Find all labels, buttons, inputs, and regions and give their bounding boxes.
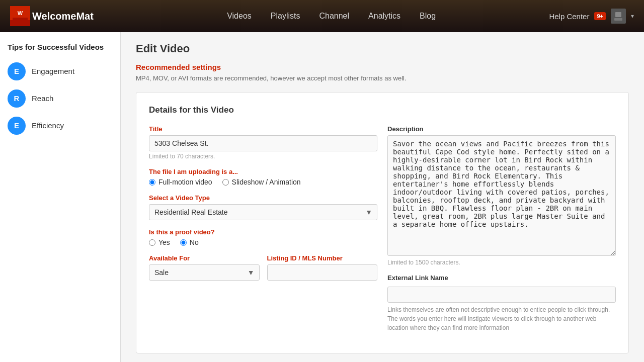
nav-playlists[interactable]: Playlists (269, 12, 302, 21)
available-listing-row: Available For Sale Rent Sold ▼ (149, 254, 377, 289)
nav-analytics[interactable]: Analytics (366, 12, 403, 21)
available-for-group: Available For Sale Rent Sold ▼ (149, 254, 260, 281)
proof-no-option[interactable]: No (180, 238, 199, 246)
proof-radio-group: Yes No (149, 238, 377, 246)
file-type-group: The file I am uploading is a... Full-mot… (149, 168, 377, 186)
proof-yes-option[interactable]: Yes (149, 238, 170, 246)
available-for-label: Available For (149, 254, 260, 262)
help-center-link[interactable]: Help Center (549, 12, 589, 21)
description-hint: Limited to 1500 characters. (387, 259, 616, 266)
svg-rect-5 (614, 18, 622, 21)
sidebar: Tips for Successful Videos E Engagement … (0, 32, 121, 362)
header: W WelcomeMat Videos Playlists Channel An… (0, 0, 644, 32)
reach-label: Reach (32, 94, 53, 103)
form-right: Description Savor the ocean views and Pa… (387, 125, 616, 340)
notification-badge[interactable]: 9+ (594, 12, 606, 20)
full-motion-label: Full-motion video (158, 178, 212, 186)
main-nav: Videos Playlists Channel Analytics Blog (114, 12, 549, 21)
sidebar-title: Tips for Successful Videos (8, 42, 113, 52)
file-type-label: The file I am uploading is a... (149, 168, 377, 175)
nav-blog[interactable]: Blog (418, 12, 438, 21)
video-type-group: Select a Video Type Residential Real Est… (149, 194, 377, 220)
slideshow-label: Slideshow / Animation (232, 178, 301, 186)
title-input[interactable] (149, 135, 377, 151)
listing-id-group: Listing ID / MLS Number (267, 254, 378, 281)
title-group: Title Limited to 70 characters. (149, 125, 377, 160)
svg-rect-4 (615, 12, 621, 17)
proof-yes-radio[interactable] (149, 239, 155, 246)
external-link-group: External Link Name Links themselves are … (387, 274, 616, 332)
sidebar-item-engagement[interactable]: E Engagement (8, 62, 113, 80)
video-type-select-wrapper: Residential Real Estate Commercial Real … (149, 204, 377, 220)
content-area: Edit Video Recommended settings MP4, MOV… (121, 32, 644, 362)
svg-rect-1 (13, 18, 28, 24)
engagement-icon: E (8, 62, 26, 80)
full-motion-option[interactable]: Full-motion video (149, 178, 212, 186)
sidebar-item-reach[interactable]: R Reach (8, 89, 113, 108)
form-grid: Title Limited to 70 characters. The file… (149, 125, 616, 340)
title-hint: Limited to 70 characters. (149, 153, 377, 160)
main-layout: Tips for Successful Videos E Engagement … (0, 32, 644, 362)
form-card: Details for this Video Title Limited to … (136, 92, 629, 353)
nav-channel[interactable]: Channel (317, 12, 351, 21)
reach-icon: R (8, 89, 26, 108)
proof-video-label: Is this a proof video? (149, 228, 377, 236)
svg-text:W: W (18, 10, 23, 16)
available-for-select-wrapper: Sale Rent Sold ▼ (149, 264, 260, 281)
nav-videos[interactable]: Videos (225, 12, 254, 21)
video-type-select[interactable]: Residential Real Estate Commercial Real … (149, 204, 377, 220)
video-type-label: Select a Video Type (149, 194, 377, 202)
file-type-radio-group: Full-motion video Slideshow / Animation (149, 178, 377, 186)
user-dropdown-arrow[interactable]: ▾ (631, 13, 634, 20)
efficiency-label: Efficiency (32, 121, 64, 130)
form-left: Title Limited to 70 characters. The file… (149, 125, 377, 340)
logo-text: WelcomeMat (32, 11, 94, 22)
logo[interactable]: W WelcomeMat (10, 6, 94, 26)
title-label: Title (149, 125, 377, 133)
listing-id-input[interactable] (267, 264, 378, 281)
description-group: Description Savor the ocean views and Pa… (387, 125, 616, 266)
proof-no-radio[interactable] (180, 239, 187, 246)
sidebar-item-efficiency[interactable]: E Efficiency (8, 117, 113, 135)
available-for-select[interactable]: Sale Rent Sold (149, 264, 260, 281)
slideshow-radio[interactable] (222, 179, 229, 186)
form-section-title: Details for this Video (149, 105, 616, 115)
description-label: Description (387, 125, 616, 133)
page-title: Edit Video (136, 42, 629, 55)
engagement-label: Engagement (32, 67, 74, 75)
slideshow-option[interactable]: Slideshow / Animation (222, 178, 301, 186)
full-motion-radio[interactable] (149, 179, 155, 186)
description-textarea[interactable]: Savor the ocean views and Pacific breeze… (387, 135, 616, 256)
header-right: Help Center 9+ ▾ (549, 9, 634, 24)
recommended-settings-title: Recommended settings (136, 63, 629, 71)
proof-video-group: Is this a proof video? Yes No (149, 228, 377, 246)
external-link-input[interactable] (387, 287, 616, 303)
proof-no-label: No (190, 238, 199, 246)
external-link-hint: Links themselves are often not descripti… (387, 305, 616, 332)
recommended-settings-text: MP4, MOV, or AVI formats are recommended… (136, 74, 629, 82)
efficiency-icon: E (8, 117, 26, 135)
logo-icon: W (10, 6, 30, 26)
user-avatar[interactable] (611, 9, 626, 24)
external-link-label: External Link Name (387, 274, 616, 282)
proof-yes-label: Yes (158, 238, 170, 246)
listing-id-label: Listing ID / MLS Number (267, 254, 378, 262)
